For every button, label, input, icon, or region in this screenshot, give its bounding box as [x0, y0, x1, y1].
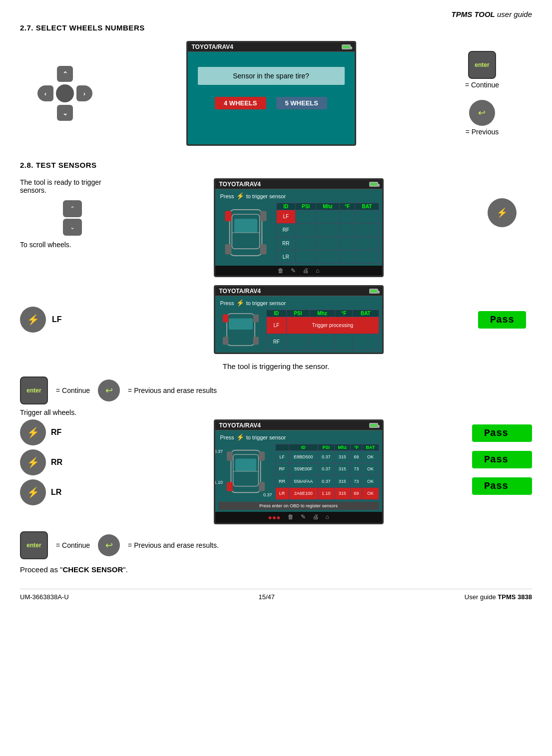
full-row-rr: RR 556AFAA 0.37 315 73 OK	[275, 475, 379, 488]
back-btn-3[interactable]: ↩	[98, 534, 120, 556]
back-btn-2[interactable]: ↩	[98, 379, 120, 401]
continue-prev-row-2: enter = Continue ↩ = Previous and erase …	[20, 531, 532, 559]
section-28-pass1: Pass	[472, 311, 532, 329]
dpad-left-btn[interactable]: ‹	[37, 85, 53, 101]
screen-28-1-title: TOYOTA/RAV4	[219, 181, 261, 188]
scroll-up-btn[interactable]: ⌃	[63, 200, 82, 217]
scroll-down-btn[interactable]: ⌄	[63, 219, 82, 236]
rf-row: ⚡ RF	[20, 419, 125, 445]
option-4-wheels[interactable]: 4 WHEELS	[215, 97, 266, 109]
col-bat: BAT	[355, 203, 379, 210]
lr-trigger-btn[interactable]: ⚡	[20, 479, 46, 505]
page-header: TPMS TOOL user guide	[20, 10, 532, 18]
screen-title: TOYOTA/RAV4	[192, 43, 233, 50]
dpad-right-btn[interactable]: ›	[76, 85, 92, 101]
section-28-row1: The tool is ready to trigger sensors. ⌃ …	[20, 178, 532, 277]
continue-label-3: = Continue	[56, 541, 90, 549]
dpad-center-btn[interactable]	[56, 84, 74, 102]
print-icon: 🖨	[303, 267, 309, 274]
section-27: 2.7. Select wheels numbers ⌃ ‹ › ⌄ TOYOT…	[20, 23, 532, 146]
trigger-button-1[interactable]: ⚡	[488, 198, 517, 227]
back-button[interactable]: ↩	[469, 100, 495, 126]
print-icon-3: 🖨	[313, 513, 319, 521]
col-f: °F	[339, 203, 355, 210]
prev-erase-label: = Previous and erase results	[128, 386, 217, 394]
battery-28-2	[369, 289, 378, 294]
footer-left: UM-3663838A-U	[20, 593, 69, 601]
spare-tire-question: Sensor in the spare tire?	[198, 67, 345, 85]
press-trigger-bar-3: Press ⚡ to trigger sensor	[218, 432, 379, 442]
ready-text: The tool is ready to trigger sensors.	[20, 178, 125, 194]
scroll-dpad: ⌃ ⌄	[20, 200, 125, 236]
battery-28-1	[369, 182, 378, 187]
lr-label: LR	[51, 488, 61, 497]
rf-trigger-btn[interactable]: ⚡	[20, 419, 46, 445]
press-trigger-bar-1: Press ⚡ to trigger sensor	[218, 191, 379, 201]
screen-title-bar-28-3: TOYOTA/RAV4	[215, 421, 382, 430]
section-28-row3: ⚡ RF ⚡ RR ⚡ LR	[20, 419, 532, 524]
lf-label: LF	[52, 315, 62, 324]
screen-icons-bar-1: 🗑 ✎ 🖨 ⌂	[215, 266, 382, 276]
home-icon: ⌂	[316, 267, 319, 274]
register-bar: Press enter on OBD to register sensors	[218, 502, 379, 510]
screen-icons-bar-3: ●●● 🗑 ✎ 🖨 ⌂	[215, 512, 382, 523]
enter-btn-3[interactable]: enter	[20, 531, 48, 559]
svg-rect-16	[226, 451, 232, 461]
table-row-rr-1: RR	[276, 237, 379, 250]
trigger-wave-icon-3: ⚡	[236, 433, 244, 441]
sensor-table-1: ID PSI Mhz °F BAT LF	[276, 203, 379, 264]
pass-badge-rr: Pass	[472, 451, 532, 468]
full-row-rf: RF 559E00F 0.37 315 73 OK	[275, 463, 379, 475]
screen-title-bar: TOYOTA/RAV4	[188, 42, 355, 52]
section-28-passes: Pass Pass Pass	[472, 419, 532, 495]
dpad-down-btn[interactable]: ⌄	[57, 105, 73, 121]
section-27-dpad: ⌃ ‹ › ⌄	[20, 66, 110, 121]
section-28-screen2-area: TOYOTA/RAV4 Press ⚡ to trigger sensor	[135, 285, 462, 354]
screen-title-bar-28-2: TOYOTA/RAV4	[215, 287, 382, 296]
footer-right: User guide TPMS 3838	[465, 593, 532, 601]
td-lr-1: LR	[276, 250, 295, 264]
prev-erase2-label: = Previous and erase results.	[128, 541, 219, 549]
svg-rect-9	[223, 315, 228, 323]
rr-label: RR	[51, 458, 62, 467]
section-28-row1-left: The tool is ready to trigger sensors. ⌃ …	[20, 178, 125, 249]
pass-badge-1: Pass	[478, 311, 526, 329]
battery-28-3	[369, 423, 378, 428]
screen-28-3-body: Press ⚡ to trigger sensor 0.37 1.10 0.37	[215, 430, 382, 512]
section-28-lf: ⚡ LF	[20, 307, 125, 333]
screen-28-1-body: Press ⚡ to trigger sensor	[215, 189, 382, 266]
lr-row: ⚡ LR	[20, 479, 125, 505]
full-row-lr: LR 2A6E100 1.10 315 69 OK	[275, 487, 379, 500]
sensor-table-2: ID PSI Mhz °F BAT LF Trigger	[266, 310, 379, 351]
scroll-text: To scroll wheels.	[20, 241, 125, 249]
rr-trigger-btn[interactable]: ⚡	[20, 449, 46, 475]
lf-val-3: 0.37	[214, 449, 223, 454]
edit-icon: ✎	[291, 267, 296, 274]
lf-trigger-btn[interactable]: ⚡	[20, 307, 46, 333]
section-28-row2: ⚡ LF TOYOTA/RAV4 Press ⚡ to trigger sens…	[20, 285, 532, 354]
footer-center: 15/47	[258, 593, 275, 601]
page-footer: UM-3663838A-U 15/47 User guide TPMS 3838	[20, 589, 532, 601]
enter-btn-2[interactable]: enter	[20, 377, 48, 404]
col-psi: PSI	[295, 203, 316, 210]
option-5-wheels[interactable]: 5 WHEELS	[276, 97, 327, 109]
device-screen-28-1: TOYOTA/RAV4 Press ⚡ to trigger sensor	[214, 178, 384, 277]
section-28-screen3-area: TOYOTA/RAV4 Press ⚡ to trigger sensor 0.…	[135, 419, 462, 524]
section-27-content-row: ⌃ ‹ › ⌄ TOYOTA/RAV4 Sensor in the spare …	[20, 41, 532, 146]
enter-button[interactable]: enter	[468, 51, 496, 79]
lr-val-3: 1.10	[214, 480, 223, 485]
car-top-view-3: 0.37 1.10 0.37	[218, 444, 273, 500]
red-indicator: ●●●	[268, 513, 280, 521]
screen-28-2-body: Press ⚡ to trigger sensor	[215, 296, 382, 353]
back-icon-2: ↩	[105, 385, 113, 396]
back-icon: ↩	[478, 107, 486, 118]
car-svg-3	[218, 444, 273, 499]
trash-icon: 🗑	[278, 267, 284, 274]
section-27-buttons: enter = Continue ↩ = Previous	[432, 51, 532, 136]
car-top-view-1	[218, 203, 273, 264]
continue-label: = Continue	[465, 81, 499, 89]
dpad-navigation: ⌃ ‹ › ⌄	[37, 66, 92, 121]
continue-label-2: = Continue	[56, 386, 90, 394]
col-id: ID	[276, 203, 295, 210]
dpad-up-btn[interactable]: ⌃	[57, 66, 73, 82]
